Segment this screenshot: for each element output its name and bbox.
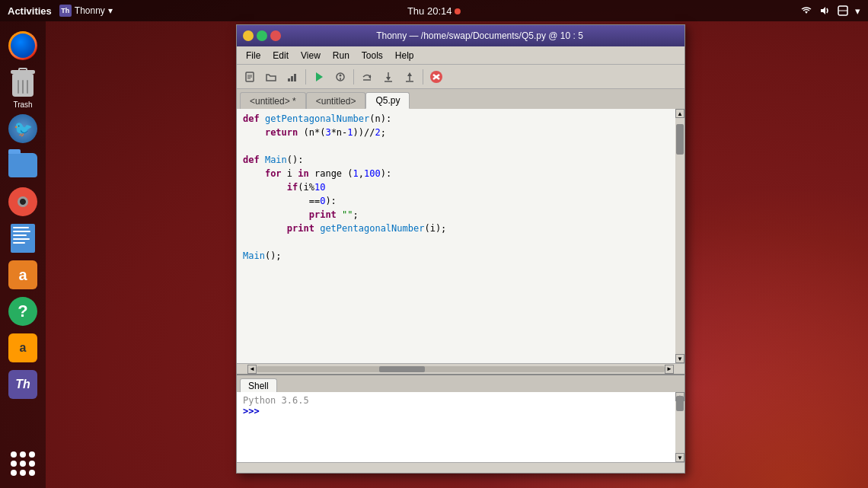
menu-view[interactable]: View bbox=[295, 49, 327, 62]
editor-scroll-area: def getPentagonalNumber(n): return (n*(3… bbox=[237, 109, 685, 363]
thonny-dock-icon: Th bbox=[8, 370, 37, 399]
trash-icon bbox=[11, 68, 35, 97]
toolbar-stop-button[interactable] bbox=[426, 68, 446, 86]
scroll-thumb[interactable] bbox=[676, 124, 684, 155]
help-dock-icon[interactable]: ? bbox=[6, 295, 40, 328]
shell-prompt[interactable]: >>> bbox=[243, 406, 678, 416]
shell-tab-bar: Shell bbox=[237, 375, 685, 392]
hscroll-thumb[interactable] bbox=[379, 366, 425, 372]
menu-file[interactable]: File bbox=[240, 49, 266, 62]
help-icon: ? bbox=[8, 297, 37, 326]
tab-q5py[interactable]: Q5.py bbox=[365, 92, 410, 109]
music-icon bbox=[8, 187, 37, 216]
step-out-icon bbox=[404, 71, 416, 83]
svg-marker-9 bbox=[316, 72, 323, 81]
step-into-icon bbox=[382, 71, 394, 83]
svg-marker-19 bbox=[407, 72, 412, 76]
editor-horizontal-scrollbar[interactable]: ◄ ► bbox=[237, 363, 685, 374]
menu-tools[interactable]: Tools bbox=[356, 49, 389, 62]
tab-untitled-2[interactable]: <untitled> bbox=[306, 92, 366, 109]
maximize-button[interactable] bbox=[257, 30, 267, 41]
toolbar-step-into-button[interactable] bbox=[378, 68, 398, 86]
editor-vertical-scrollbar[interactable]: ▲ ▼ bbox=[675, 109, 685, 363]
appcenter-dock-icon[interactable]: a bbox=[6, 258, 40, 292]
thonny-dock-icon-wrapper[interactable]: Th bbox=[6, 368, 40, 401]
close-button[interactable] bbox=[270, 30, 281, 41]
scroll-right-arrow[interactable]: ► bbox=[665, 365, 674, 374]
shell-tab[interactable]: Shell bbox=[240, 378, 277, 392]
editor-area: def getPentagonalNumber(n): return (n*(3… bbox=[237, 109, 685, 374]
shell-scroll-thumb[interactable] bbox=[676, 396, 684, 411]
code-editor[interactable]: def getPentagonalNumber(n): return (n*(3… bbox=[237, 109, 685, 363]
dock-item-docs[interactable] bbox=[6, 222, 40, 255]
dock-item-amazon[interactable]: a bbox=[6, 331, 40, 365]
firefox-dock-icon[interactable] bbox=[6, 29, 40, 62]
title-bar: Thonny — /home/swap/Documents/Q5.py @ 10… bbox=[237, 25, 685, 46]
grid-dots-icon bbox=[8, 449, 37, 478]
dock-item-files[interactable] bbox=[6, 148, 40, 182]
debug-icon bbox=[334, 71, 346, 83]
toolbar-separator-2 bbox=[353, 69, 354, 85]
menu-help[interactable]: Help bbox=[389, 49, 420, 62]
dock-item-thonny[interactable]: Th bbox=[6, 368, 40, 401]
dock-item-firefox[interactable] bbox=[6, 29, 40, 62]
toolbar-step-over-button[interactable] bbox=[357, 68, 377, 86]
clock-area: Thu 20:14 bbox=[407, 5, 461, 17]
menu-run[interactable]: Run bbox=[327, 49, 356, 62]
dock-item-music[interactable] bbox=[6, 185, 40, 218]
dock-item-trash[interactable]: Trash bbox=[6, 65, 40, 109]
toolbar bbox=[237, 65, 685, 89]
docs-dock-icon[interactable] bbox=[6, 222, 40, 255]
toolbar-debug-button[interactable] bbox=[330, 68, 350, 86]
editor-tab-bar: <untitled> * <untitled> Q5.py bbox=[237, 89, 685, 109]
dock-item-appcenter[interactable]: a bbox=[6, 258, 40, 292]
svg-rect-7 bbox=[291, 76, 293, 81]
wifi-icon bbox=[800, 5, 812, 17]
thunderbird-dock-icon[interactable]: 🐦 bbox=[6, 112, 40, 145]
stop-icon bbox=[429, 70, 444, 84]
appcenter-icon: a bbox=[8, 260, 37, 289]
shell-panel: Shell Python 3.6.5 >>> ▲ ▼ bbox=[237, 374, 685, 473]
top-panel: Activities Th Thonny ▾ Thu 20:14 ▾ bbox=[0, 0, 868, 21]
thonny-taskbar-indicator[interactable]: Th Thonny ▾ bbox=[59, 5, 113, 17]
system-menu-arrow[interactable]: ▾ bbox=[855, 5, 860, 17]
scroll-down-arrow[interactable]: ▼ bbox=[675, 354, 685, 363]
system-tray: ▾ bbox=[800, 5, 860, 17]
shell-content[interactable]: Python 3.6.5 >>> bbox=[237, 392, 685, 462]
toolbar-chart-button[interactable] bbox=[282, 68, 302, 86]
window-controls bbox=[243, 30, 281, 41]
trash-dock-icon[interactable] bbox=[6, 65, 40, 99]
dock-item-thunderbird[interactable]: 🐦 bbox=[6, 112, 40, 145]
application-dock: Trash 🐦 bbox=[0, 21, 46, 488]
menu-edit[interactable]: Edit bbox=[266, 49, 295, 62]
shell-scroll-down-arrow[interactable]: ▼ bbox=[675, 453, 685, 462]
dock-item-show-apps[interactable] bbox=[6, 447, 40, 480]
toolbar-new-button[interactable] bbox=[240, 68, 260, 86]
activities-button[interactable]: Activities bbox=[8, 5, 52, 17]
scroll-up-arrow[interactable]: ▲ bbox=[675, 109, 685, 118]
toolbar-step-out-button[interactable] bbox=[400, 68, 420, 86]
files-dock-icon[interactable] bbox=[6, 148, 40, 182]
hscroll-track bbox=[257, 366, 665, 372]
toolbar-open-button[interactable] bbox=[261, 68, 281, 86]
shell-vertical-scrollbar[interactable]: ▲ ▼ bbox=[675, 392, 685, 462]
window-title: Thonny — /home/swap/Documents/Q5.py @ 10… bbox=[281, 30, 678, 41]
menu-bar: File Edit View Run Tools Help bbox=[237, 46, 685, 65]
svg-point-11 bbox=[340, 74, 342, 76]
toolbar-run-button[interactable] bbox=[309, 68, 329, 86]
thonny-window: Thonny — /home/swap/Documents/Q5.py @ 10… bbox=[236, 24, 685, 474]
music-dock-icon[interactable] bbox=[6, 185, 40, 218]
minimize-button[interactable] bbox=[243, 30, 254, 41]
toolbar-separator-1 bbox=[305, 69, 306, 85]
dock-item-help[interactable]: ? bbox=[6, 295, 40, 328]
svg-rect-8 bbox=[294, 74, 296, 81]
show-apps-icon[interactable] bbox=[6, 447, 40, 480]
tab-untitled-1[interactable]: <untitled> * bbox=[240, 92, 306, 109]
scroll-left-arrow[interactable]: ◄ bbox=[247, 365, 257, 374]
thunderbird-icon: 🐦 bbox=[8, 114, 37, 143]
shell-horizontal-scrollbar[interactable] bbox=[237, 462, 685, 473]
chart-icon bbox=[286, 71, 298, 83]
trash-body bbox=[12, 74, 34, 97]
amazon-dock-icon[interactable]: a bbox=[6, 331, 40, 365]
volume-icon bbox=[819, 5, 831, 17]
